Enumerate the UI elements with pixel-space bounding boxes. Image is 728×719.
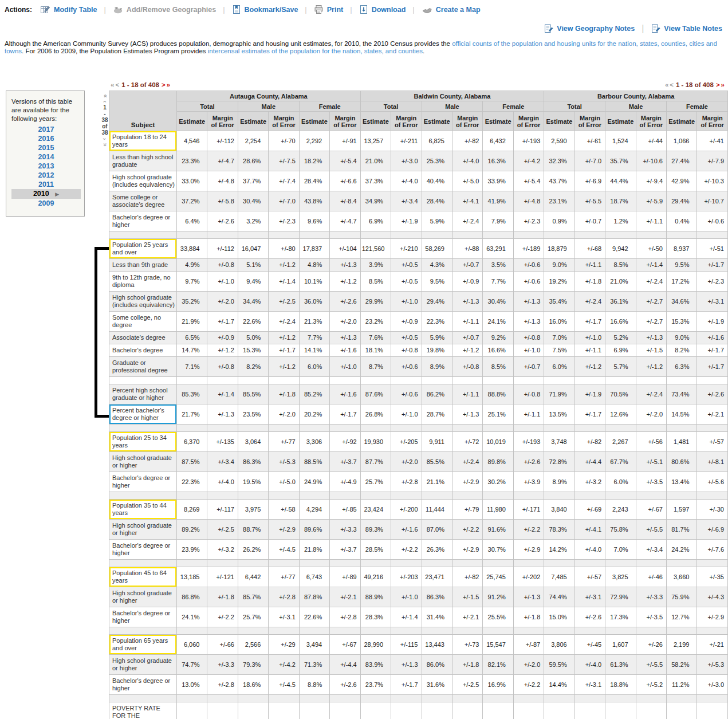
moe-cell: +/-0.5 <box>391 332 422 344</box>
moe-cell: +/-2.1 <box>330 587 360 607</box>
estimate-cell: 70.5% <box>605 384 636 404</box>
estimate-cell: 1,066 <box>667 131 697 151</box>
intercensal-estimates-link[interactable]: intercensal estimates of the population … <box>208 48 423 54</box>
estimate-cell: 88.5% <box>299 452 329 472</box>
estimate-cell: 1,481 <box>667 432 697 452</box>
version-year-2016[interactable]: 2016 <box>11 134 81 143</box>
next-page-icon[interactable]: > <box>716 81 720 88</box>
moe-cell <box>636 702 666 719</box>
measure-header: Estimate <box>422 112 452 131</box>
moe-cell <box>207 492 238 500</box>
moe-cell: +/-0.9 <box>452 272 482 292</box>
estimate-cell <box>605 560 636 567</box>
moe-cell: +/-5.2 <box>636 675 666 695</box>
first-page-icon: « <box>665 81 668 88</box>
scroll-up-icon[interactable]: › <box>101 99 109 104</box>
last-page-icon[interactable]: » <box>721 81 725 88</box>
version-year-2013[interactable]: 2013 <box>11 162 81 171</box>
version-year-2011[interactable]: 2011 <box>11 180 81 189</box>
moe-cell: +/-189 <box>513 239 544 259</box>
moe-cell: +/-1.4 <box>269 272 299 292</box>
moe-cell: +/-1.2 <box>207 344 238 357</box>
estimate-cell: 2,199 <box>667 635 697 655</box>
moe-cell: +/-88 <box>452 239 482 259</box>
scroll-down-icon[interactable]: › <box>101 136 109 142</box>
scroll-bottom-icon[interactable]: » <box>101 142 109 147</box>
estimate-cell <box>238 702 268 719</box>
estimate-cell <box>238 425 268 432</box>
version-year-2014[interactable]: 2014 <box>11 152 81 162</box>
sex-group-header: Female <box>667 101 728 112</box>
moe-cell: +/-115 <box>391 635 422 655</box>
moe-cell: +/-2.7 <box>636 312 666 332</box>
moe-cell: +/-6.9 <box>574 171 605 191</box>
view-geography-notes-link[interactable]: View Geography Notes <box>544 23 635 34</box>
estimate-cell: 35.2% <box>177 292 207 312</box>
estimate-cell <box>360 492 391 500</box>
estimate-cell: 34.6% <box>667 292 697 312</box>
estimate-cell: 6,743 <box>299 567 329 587</box>
estimate-cell: 35.4% <box>544 292 574 312</box>
moe-cell: +/-4.5 <box>269 540 299 560</box>
table-row: High school graduate (includes equivalen… <box>109 292 728 312</box>
moe-cell: +/-104 <box>330 239 360 259</box>
estimate-cell: 6,432 <box>483 131 513 151</box>
moe-cell: +/-77 <box>269 567 299 587</box>
moe-cell: +/-1.3 <box>513 312 544 332</box>
table-row: Bachelor's degree or higher13.0%+/-2.818… <box>109 675 728 695</box>
table-row: Percent high school graduate or higher85… <box>109 384 728 404</box>
subject-cell: High school graduate (includes equivalen… <box>109 171 177 191</box>
view-table-notes-link[interactable]: View Table Notes <box>651 23 722 34</box>
vertical-pager-label: of <box>101 123 109 129</box>
estimate-cell: 80.6% <box>667 452 697 472</box>
moe-cell: +/-1.5 <box>452 587 482 607</box>
estimate-cell: 2,292 <box>299 131 329 151</box>
estimate-cell <box>422 492 452 500</box>
estimate-cell: 6,442 <box>238 567 268 587</box>
version-year-2015[interactable]: 2015 <box>11 143 81 152</box>
estimate-cell: 85.5% <box>422 452 452 472</box>
last-page-icon[interactable]: » <box>167 81 170 88</box>
moe-cell <box>207 702 238 719</box>
estimate-cell: 23.9% <box>177 540 207 560</box>
table-row: Population 45 to 64 years13,185+/-1216,4… <box>109 567 728 587</box>
estimate-cell: 17,837 <box>299 239 329 259</box>
moe-cell: +/-3.1 <box>574 587 605 607</box>
estimate-cell <box>299 231 329 239</box>
version-year-2009[interactable]: 2009 <box>11 199 81 208</box>
subject-cell: Population 25 years and over <box>109 239 177 259</box>
estimate-cell: 89.6% <box>299 520 329 540</box>
moe-cell: +/-0.6 <box>391 384 422 404</box>
moe-cell: +/-0.5 <box>391 259 422 272</box>
next-page-icon[interactable]: > <box>162 81 166 88</box>
modify-table-button[interactable]: Modify Table <box>40 5 97 14</box>
estimate-cell: 82.1% <box>483 655 513 675</box>
create-a-map-button[interactable]: Create a Map <box>422 5 481 14</box>
moe-cell <box>574 425 605 432</box>
moe-cell: +/-1.3 <box>636 332 666 344</box>
moe-cell: +/-1.7 <box>697 259 728 272</box>
moe-cell: +/-85 <box>330 500 360 520</box>
download-button[interactable]: Download <box>359 5 406 14</box>
intro-text: Although the American Community Survey (… <box>5 40 452 47</box>
bookmark-save-button[interactable]: Bookmark/Save <box>232 5 298 14</box>
moe-cell <box>452 627 482 635</box>
estimate-cell: 29.4% <box>422 292 452 312</box>
estimate-cell: 3,748 <box>544 432 574 452</box>
print-button[interactable]: Print <box>314 5 343 14</box>
estimate-cell: 87.8% <box>299 587 329 607</box>
version-year-2012[interactable]: 2012 <box>11 171 81 180</box>
estimate-cell: 7.1% <box>177 357 207 377</box>
estimate-cell <box>299 702 329 719</box>
moe-cell: +/-50 <box>636 239 666 259</box>
scroll-top-icon[interactable]: » <box>101 93 109 99</box>
estimate-cell: 33,884 <box>177 239 207 259</box>
moe-cell: +/-2.5 <box>207 520 238 540</box>
version-year-2010[interactable]: 2010 ▶ <box>11 189 81 199</box>
version-year-2017[interactable]: 2017 <box>11 125 81 134</box>
estimate-cell <box>299 377 329 384</box>
estimate-cell: 1,597 <box>667 500 697 520</box>
estimate-cell <box>422 425 452 432</box>
moe-cell: +/-44 <box>636 131 666 151</box>
action-label: Create a Map <box>436 6 481 14</box>
